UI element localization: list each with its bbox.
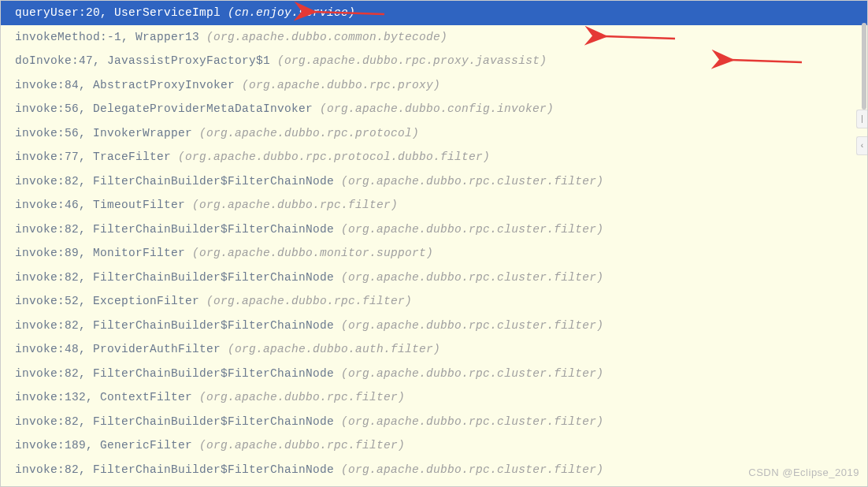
frame-method: invoke:52, ExceptionFilter <box>15 295 199 307</box>
frame-method: invoke:132, ContextFilter <box>15 391 192 403</box>
frame-package: (org.apache.dubbo.rpc.protocol) <box>199 127 419 139</box>
frame-method: invoke:89, MonitorFilter <box>15 247 185 259</box>
frame-method: invokeMethod:-1, Wrapper13 <box>15 31 199 43</box>
frame-package: (org.apache.dubbo.rpc.proxy) <box>242 79 440 91</box>
stack-frame-row[interactable]: invoke:48, ProviderAuthFilter (org.apach… <box>1 337 867 362</box>
frame-package: (org.apache.dubbo.monitor.support) <box>192 247 433 259</box>
stack-frame-row[interactable]: invoke:89, MonitorFilter (org.apache.dub… <box>1 241 867 266</box>
frame-package: (org.apache.dubbo.rpc.cluster.filter) <box>341 319 603 332</box>
frame-method: queryUser:20, UserServiceImpl <box>15 6 221 19</box>
stack-frame-row[interactable]: invoke:82, FilterChainBuilder$FilterChai… <box>1 410 867 434</box>
stack-frame-row[interactable]: invoke:82, FilterChainBuilder$FilterChai… <box>1 217 867 242</box>
frame-method: invoke:82, FilterChainBuilder$FilterChai… <box>15 319 334 332</box>
frame-method: invoke:56, DelegateProviderMetaDataInvok… <box>15 102 313 115</box>
stack-frame-row[interactable]: invoke:82, FilterChainBuilder$FilterChai… <box>1 169 867 194</box>
frame-method: invoke:82, FilterChainBuilder$FilterChai… <box>15 223 334 236</box>
stack-frame-row[interactable]: invoke:82, FilterChainBuilder$FilterChai… <box>1 458 867 482</box>
frame-method: invoke:48, ProviderAuthFilter <box>15 343 221 355</box>
frame-method: invoke:46, TimeoutFilter <box>15 199 185 211</box>
frame-package: (org.apache.dubbo.rpc.proxy.javassist) <box>277 54 547 67</box>
frame-package: (org.apache.dubbo.rpc.filter) <box>199 439 405 452</box>
stack-frame-row[interactable]: invokeMethod:-1, Wrapper13 (org.apache.d… <box>1 25 867 50</box>
frame-method: invoke:82, FilterChainBuilder$FilterChai… <box>15 175 334 188</box>
frame-package: (org.apache.dubbo.rpc.cluster.filter) <box>341 223 603 236</box>
frame-method: invoke:189, GenericFilter <box>15 439 192 452</box>
stack-frame-row[interactable]: invoke:52, ExceptionFilter (org.apache.d… <box>1 289 867 314</box>
frame-package: (org.apache.dubbo.common.bytecode) <box>206 31 447 43</box>
stack-frame-row[interactable]: invoke:77, TraceFilter (org.apache.dubbo… <box>1 145 867 169</box>
frame-package: (cn.enjoy.service) <box>228 6 355 19</box>
frame-package: (org.apache.dubbo.rpc.filter) <box>199 391 405 403</box>
frame-method: invoke:84, AbstractProxyInvoker <box>15 79 235 91</box>
frame-method: invoke:82, FilterChainBuilder$FilterChai… <box>15 367 334 380</box>
scrollbar-track[interactable] <box>862 1 866 486</box>
stack-frames-list: queryUser:20, UserServiceImpl (cn.enjoy.… <box>1 1 867 481</box>
frame-package: (org.apache.dubbo.config.invoker) <box>320 102 554 115</box>
frame-package: (org.apache.dubbo.rpc.cluster.filter) <box>341 367 603 380</box>
stack-frame-row[interactable]: invoke:56, DelegateProviderMetaDataInvok… <box>1 97 867 121</box>
stack-frame-row[interactable]: doInvoke:47, JavassistProxyFactory$1 (or… <box>1 49 867 73</box>
frame-package: (org.apache.dubbo.rpc.filter) <box>192 199 398 211</box>
frame-package: (org.apache.dubbo.auth.filter) <box>228 343 440 355</box>
stack-trace-panel: queryUser:20, UserServiceImpl (cn.enjoy.… <box>1 1 867 486</box>
gutter-marker[interactable]: | <box>856 110 867 128</box>
frame-method: invoke:82, FilterChainBuilder$FilterChai… <box>15 415 334 428</box>
stack-frame-row[interactable]: invoke:82, FilterChainBuilder$FilterChai… <box>1 314 867 338</box>
frame-package: (org.apache.dubbo.rpc.cluster.filter) <box>341 463 603 476</box>
watermark-text: CSDN @Eclipse_2019 <box>748 467 859 478</box>
stack-frame-row[interactable]: invoke:132, ContextFilter (org.apache.du… <box>1 385 867 410</box>
gutter-marker[interactable]: ‹ <box>856 136 867 155</box>
frame-package: (org.apache.dubbo.rpc.cluster.filter) <box>341 415 603 428</box>
stack-frame-row[interactable]: invoke:189, GenericFilter (org.apache.du… <box>1 433 867 458</box>
frame-method: invoke:82, FilterChainBuilder$FilterChai… <box>15 463 334 476</box>
stack-frame-row[interactable]: invoke:82, FilterChainBuilder$FilterChai… <box>1 266 867 290</box>
stack-frame-row[interactable]: invoke:56, InvokerWrapper (org.apache.du… <box>1 121 867 146</box>
frame-method: invoke:77, TraceFilter <box>15 151 171 163</box>
stack-frame-row[interactable]: invoke:46, TimeoutFilter (org.apache.dub… <box>1 193 867 217</box>
frame-package: (org.apache.dubbo.rpc.cluster.filter) <box>341 271 603 284</box>
svg-line-2 <box>731 60 802 62</box>
frame-method: invoke:82, FilterChainBuilder$FilterChai… <box>15 271 334 284</box>
frame-package: (org.apache.dubbo.rpc.filter) <box>206 295 412 307</box>
frame-package: (org.apache.dubbo.rpc.cluster.filter) <box>341 175 603 188</box>
scrollbar-thumb[interactable] <box>862 23 866 110</box>
stack-frame-row[interactable]: queryUser:20, UserServiceImpl (cn.enjoy.… <box>1 1 867 25</box>
svg-line-1 <box>604 36 675 39</box>
frame-method: doInvoke:47, JavassistProxyFactory$1 <box>15 54 270 67</box>
frame-package: (org.apache.dubbo.rpc.protocol.dubbo.fil… <box>178 151 490 163</box>
frame-method: invoke:56, InvokerWrapper <box>15 127 192 139</box>
stack-frame-row[interactable]: invoke:84, AbstractProxyInvoker (org.apa… <box>1 73 867 98</box>
stack-frame-row[interactable]: invoke:82, FilterChainBuilder$FilterChai… <box>1 362 867 386</box>
